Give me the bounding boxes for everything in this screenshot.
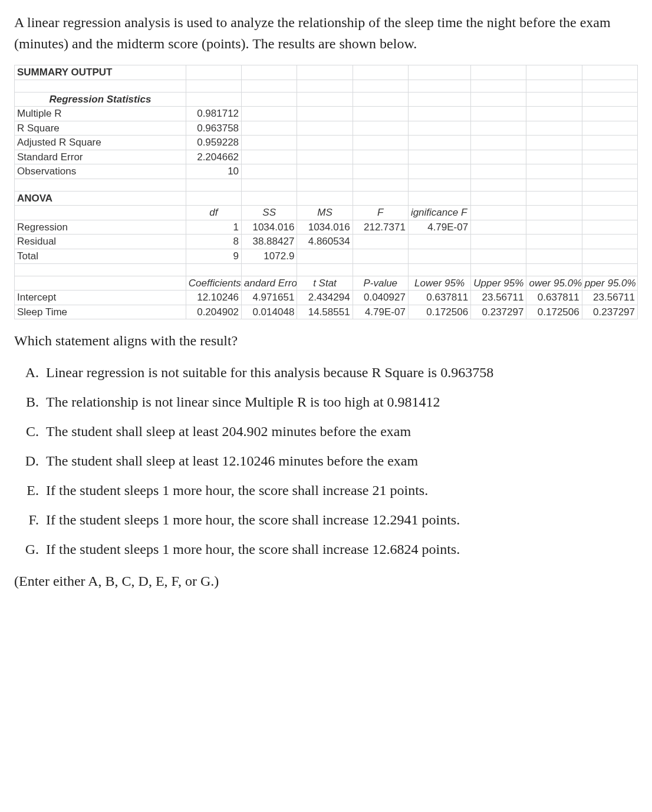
option-d[interactable]: The student shall sleep at least 12.1024… — [42, 450, 638, 471]
sleep-tstat: 14.58551 — [297, 305, 353, 319]
option-g[interactable]: If the student sleeps 1 more hour, the s… — [42, 539, 638, 560]
anova-regression-ms: 1034.016 — [297, 220, 353, 235]
sleep-pval: 4.79E-07 — [353, 305, 408, 319]
anova-residual-df: 8 — [186, 235, 241, 249]
intercept-l95: 0.637811 — [408, 291, 470, 305]
option-c[interactable]: The student shall sleep at least 204.902… — [42, 421, 638, 442]
intercept-tstat: 2.434294 — [297, 291, 353, 305]
option-e[interactable]: If the student sleeps 1 more hour, the s… — [42, 480, 638, 501]
answer-options: Linear regression is not suitable for th… — [14, 362, 638, 560]
intro-text: A linear regression analysis is used to … — [14, 12, 638, 54]
intercept-label: Intercept — [15, 291, 186, 305]
intercept-u95b: 23.56711 — [582, 291, 637, 305]
summary-output-label: SUMMARY OUTPUT — [15, 65, 186, 80]
row-observations: Observations 10 — [15, 164, 638, 179]
intercept-u95: 23.56711 — [471, 291, 526, 305]
row-intercept: Intercept 12.10246 4.971651 2.434294 0.0… — [15, 291, 638, 305]
anova-label: ANOVA — [15, 191, 186, 206]
intercept-l95b: 0.637811 — [526, 291, 582, 305]
anova-ss-header: SS — [242, 206, 297, 220]
row-adj-r-square: Adjusted R Square 0.959228 — [15, 136, 638, 150]
anova-total-ss: 1072.9 — [242, 249, 297, 264]
u95b-header: pper 95.0% — [582, 276, 637, 291]
anova-regression-sigf: 4.79E-07 — [408, 220, 470, 235]
anova-sigf-header: ignificance F — [408, 206, 470, 220]
row-anova-label: ANOVA — [15, 191, 638, 206]
intercept-coef: 12.10246 — [186, 291, 241, 305]
regression-table: SUMMARY OUTPUT Regression Statistics Mul… — [14, 65, 638, 319]
l95b-header: ower 95.0% — [526, 276, 582, 291]
row-r-square: R Square 0.963758 — [15, 121, 638, 136]
sleep-l95: 0.172506 — [408, 305, 470, 319]
anova-regression-f: 212.7371 — [353, 220, 408, 235]
row-blank — [15, 179, 638, 191]
anova-ms-header: MS — [297, 206, 353, 220]
anova-regression-ss: 1034.016 — [242, 220, 297, 235]
anova-residual-ss: 38.88427 — [242, 235, 297, 249]
std-error-label: Standard Error — [15, 150, 186, 164]
row-regstats-header: Regression Statistics — [15, 92, 638, 107]
row-blank — [15, 80, 638, 92]
intercept-se: 4.971651 — [242, 291, 297, 305]
intercept-pval: 0.040927 — [353, 291, 408, 305]
u95-header: Upper 95% — [471, 276, 526, 291]
anova-regression-df: 1 — [186, 220, 241, 235]
row-anova-regression: Regression 1 1034.016 1034.016 212.7371 … — [15, 220, 638, 235]
question-text: Which statement aligns with the result? — [14, 330, 638, 351]
l95-header: Lower 95% — [408, 276, 470, 291]
observations-label: Observations — [15, 164, 186, 179]
row-coef-headers: Coefficients andard Erro t Stat P-value … — [15, 276, 638, 291]
answer-hint: (Enter either A, B, C, D, E, F, or G.) — [14, 570, 638, 592]
row-anova-residual: Residual 8 38.88427 4.860534 — [15, 235, 638, 249]
sleep-se: 0.014048 — [242, 305, 297, 319]
option-b[interactable]: The relationship is not linear since Mul… — [42, 391, 638, 412]
coef-header: Coefficients — [186, 276, 241, 291]
sleep-label: Sleep Time — [15, 305, 186, 319]
se-header: andard Erro — [242, 276, 297, 291]
regression-statistics-label: Regression Statistics — [15, 92, 186, 107]
tstat-header: t Stat — [297, 276, 353, 291]
option-f[interactable]: If the student sleeps 1 more hour, the s… — [42, 509, 638, 530]
row-blank — [15, 263, 638, 276]
adj-r-square-value: 0.959228 — [186, 136, 241, 150]
sleep-u95b: 0.237297 — [582, 305, 637, 319]
multiple-r-value: 0.981712 — [186, 107, 241, 121]
row-std-error: Standard Error 2.204662 — [15, 150, 638, 164]
anova-regression-label: Regression — [15, 220, 186, 235]
r-square-label: R Square — [15, 121, 186, 136]
std-error-value: 2.204662 — [186, 150, 241, 164]
anova-f-header: F — [353, 206, 408, 220]
anova-total-label: Total — [15, 249, 186, 264]
row-multiple-r: Multiple R 0.981712 — [15, 107, 638, 121]
anova-df-header: df — [186, 206, 241, 220]
anova-residual-ms: 4.860534 — [297, 235, 353, 249]
pval-header: P-value — [353, 276, 408, 291]
sleep-u95: 0.237297 — [471, 305, 526, 319]
option-a[interactable]: Linear regression is not suitable for th… — [42, 362, 638, 383]
row-summary: SUMMARY OUTPUT — [15, 65, 638, 80]
row-anova-headers: df SS MS F ignificance F — [15, 206, 638, 220]
anova-residual-label: Residual — [15, 235, 186, 249]
row-sleep-time: Sleep Time 0.204902 0.014048 14.58551 4.… — [15, 305, 638, 319]
regression-output: SUMMARY OUTPUT Regression Statistics Mul… — [14, 65, 638, 319]
multiple-r-label: Multiple R — [15, 107, 186, 121]
anova-total-df: 9 — [186, 249, 241, 264]
sleep-coef: 0.204902 — [186, 305, 241, 319]
sleep-l95b: 0.172506 — [526, 305, 582, 319]
row-anova-total: Total 9 1072.9 — [15, 249, 638, 264]
r-square-value: 0.963758 — [186, 121, 241, 136]
observations-value: 10 — [186, 164, 241, 179]
adj-r-square-label: Adjusted R Square — [15, 136, 186, 150]
